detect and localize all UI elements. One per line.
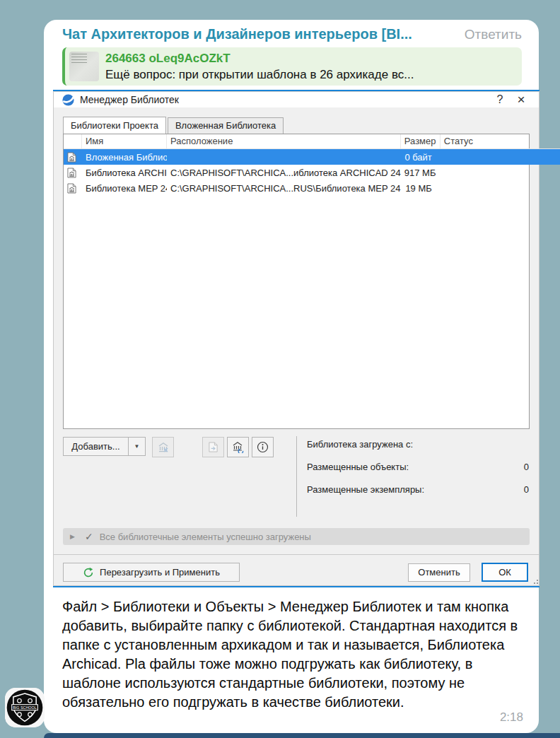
remove-library-button xyxy=(152,437,174,457)
library-file-icon xyxy=(67,168,76,178)
column-status[interactable]: Статус xyxy=(441,134,560,148)
separator xyxy=(54,554,539,555)
library-file-icon xyxy=(67,152,76,163)
remove-library-icon xyxy=(158,442,169,453)
reload-library-button[interactable] xyxy=(227,437,249,457)
tab-bar: Библиотеки Проекта Вложенная Библиотека xyxy=(63,117,530,134)
info-icon xyxy=(257,441,269,453)
quote-text: Ещё вопрос: при открытии шаблона в 26 ар… xyxy=(105,66,414,83)
column-name[interactable]: Имя xyxy=(82,134,167,148)
placed-objects-label: Размещенные объекты: xyxy=(307,462,409,472)
column-size[interactable]: Размер xyxy=(401,134,441,148)
close-icon[interactable]: × xyxy=(511,92,532,107)
library-list: Имя Расположение Размер Статус xyxy=(63,134,530,429)
library-file-icon xyxy=(67,183,76,194)
library-manager-dialog: Менеджер Библиотек ? × Библиотеки Проект… xyxy=(53,91,539,586)
ok-button[interactable]: ОК xyxy=(482,563,528,582)
status-message: Все библиотечные элементы успешно загруж… xyxy=(100,532,311,542)
check-icon: ✓ xyxy=(85,531,93,542)
column-location[interactable]: Расположение xyxy=(167,134,401,148)
info-button[interactable] xyxy=(252,437,274,457)
quote-author: 264663 oLeq9AcOZkT xyxy=(105,51,414,66)
tab-embedded-library[interactable]: Вложенная Библиотека xyxy=(168,117,284,134)
expand-arrow-icon[interactable]: ▶ xyxy=(70,533,75,540)
avatar[interactable]: BIG SCHOOL xyxy=(5,688,45,727)
quote-thumbnail-image xyxy=(69,52,99,81)
placed-objects-value: 0 xyxy=(524,462,530,472)
placed-instances-label: Размещенные экземпляры: xyxy=(307,484,424,495)
export-library-button xyxy=(202,437,224,457)
next-message-peek[interactable] xyxy=(44,733,560,738)
placed-instances-value: 0 xyxy=(524,484,530,495)
table-row[interactable]: Библиотека MEP 24 C:\GRAPHISOFT\ARCHICA.… xyxy=(64,180,560,196)
help-button[interactable]: ? xyxy=(489,93,511,106)
message-timestamp: 2:18 xyxy=(500,710,523,725)
table-row[interactable]: Библиотека ARCHICAD 24 C:\GRAPHISOFT\ARC… xyxy=(64,165,560,180)
list-header: Имя Расположение Размер Статус xyxy=(64,134,560,149)
library-info-panel: Библиотека загружена с: Размещенные объе… xyxy=(297,435,530,518)
export-file-icon xyxy=(208,442,218,452)
table-row[interactable]: Вложенная Библиотека 0 байт xyxy=(64,149,560,165)
channel-title[interactable]: Чат Архитекторов и Дизайнеров интерьеров… xyxy=(62,26,412,42)
message-text: Файл > Библиотеки и Объекты > Менеджер Б… xyxy=(62,597,520,712)
tab-project-libraries[interactable]: Библиотеки Проекта xyxy=(63,117,166,134)
reply-button[interactable]: Ответить xyxy=(465,27,522,42)
reload-and-apply-button[interactable]: Перезагрузить и Применить xyxy=(63,563,240,582)
refresh-icon xyxy=(83,567,94,578)
screenshot-attachment[interactable]: Менеджер Библиотек ? × Библиотеки Проект… xyxy=(53,90,539,587)
add-button[interactable]: Добавить... xyxy=(63,437,128,456)
dialog-titlebar: Менеджер Библиотек ? × xyxy=(54,92,539,107)
load-status-bar[interactable]: ▶ ✓ Все библиотечные элементы успешно за… xyxy=(63,528,530,545)
loaded-from-label: Библиотека загружена с: xyxy=(307,439,413,450)
bottom-panel: Добавить... ▼ xyxy=(63,435,530,518)
archicad-logo-icon xyxy=(62,94,74,106)
quoted-message[interactable]: 264663 oLeq9AcOZkT Ещё вопрос: при откры… xyxy=(62,47,522,86)
reload-library-icon xyxy=(232,441,244,453)
message-bubble: Чат Архитекторов и Дизайнеров интерьеров… xyxy=(44,20,539,733)
add-dropdown-icon[interactable]: ▼ xyxy=(128,437,146,456)
forward-header: Чат Архитекторов и Дизайнеров интерьеров… xyxy=(44,20,539,42)
cancel-button[interactable]: Отменить xyxy=(408,563,470,582)
avatar-text: BIG SCHOOL xyxy=(13,705,36,710)
dialog-title: Менеджер Библиотек xyxy=(80,94,489,105)
resize-grip[interactable] xyxy=(534,580,538,584)
